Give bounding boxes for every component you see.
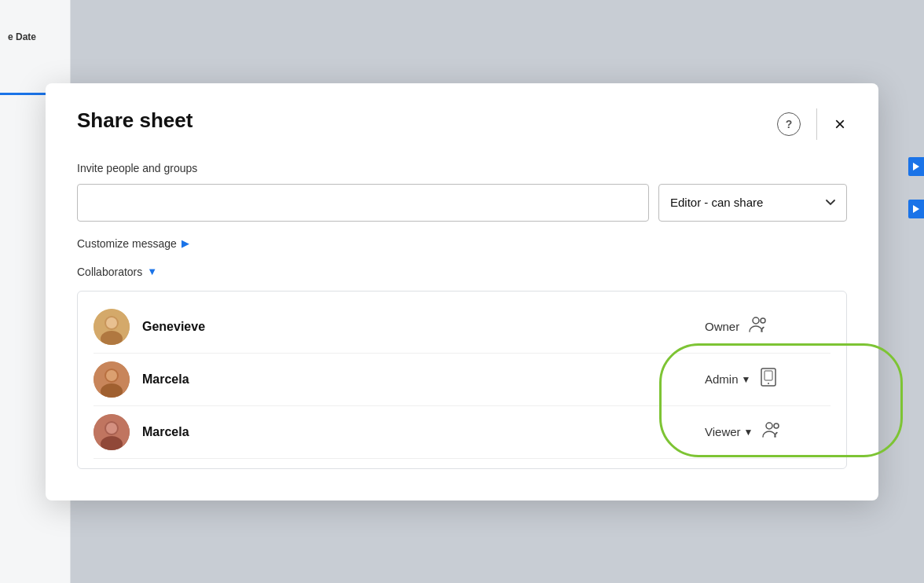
marcela1-role-select[interactable]: Admin ▼ (705, 372, 750, 386)
permission-select[interactable]: Editor - can share Editor Viewer Admin (658, 184, 847, 222)
admin-dropdown-arrow[interactable]: ▼ (742, 374, 751, 385)
tablet-icon-marcela1 (760, 368, 777, 390)
customize-arrow-icon: ▶ (182, 237, 189, 249)
svg-point-7 (761, 318, 765, 323)
viewer-dropdown-arrow[interactable]: ▼ (744, 427, 754, 438)
modal-actions: ? × (777, 108, 847, 140)
invite-section-label: Invite people and groups (77, 162, 847, 174)
collaborators-label: Collaborators (77, 266, 142, 278)
svg-point-20 (774, 424, 779, 428)
customize-message-toggle[interactable]: Customize message ▶ (77, 237, 847, 250)
collaborator-row-marcela-viewer: Marcela Viewer ▼ (94, 406, 830, 459)
svg-point-18 (106, 423, 117, 434)
collaborator-row-genevieve: Genevieve Owner (94, 301, 830, 354)
collaborators-toggle[interactable]: Collaborators ▼ (77, 266, 847, 278)
share-sheet-modal: Share sheet ? × Invite people and groups… (46, 83, 878, 500)
svg-point-6 (753, 317, 759, 324)
people-icon-marcela2 (762, 421, 781, 442)
marcela2-role-area: Viewer ▼ (705, 421, 830, 442)
marcela2-role-select[interactable]: Viewer ▼ (705, 425, 753, 438)
genevieve-role-area: Owner (705, 316, 830, 337)
avatar-genevieve (94, 309, 130, 345)
svg-point-13 (768, 383, 769, 384)
column-label: e Date (0, 0, 70, 42)
marcela1-role-label: Admin (705, 372, 739, 386)
collaborators-box: Genevieve Owner (77, 291, 847, 469)
right-arrows-container (908, 157, 924, 218)
help-button[interactable]: ? (777, 112, 801, 136)
marcela1-role-area: Admin ▼ (705, 368, 830, 390)
invite-input[interactable] (77, 184, 649, 222)
modal-title: Share sheet (77, 108, 192, 133)
svg-marker-1 (913, 205, 919, 213)
people-icon-genevieve (749, 316, 768, 337)
right-arrow-top[interactable] (908, 157, 924, 176)
collab-name-genevieve: Genevieve (142, 320, 705, 334)
collab-name-marcela2: Marcela (142, 425, 705, 439)
svg-point-5 (106, 317, 117, 328)
collaborator-row-marcela-admin: Marcela Admin ▼ (94, 354, 830, 406)
svg-point-19 (766, 423, 772, 429)
avatar-marcela1 (94, 361, 130, 398)
avatar-marcela2 (94, 414, 130, 450)
modal-header: Share sheet ? × (77, 108, 847, 140)
close-button[interactable]: × (833, 113, 847, 135)
invite-row: Editor - can share Editor Viewer Admin (77, 184, 847, 222)
collaborators-arrow-icon: ▼ (147, 266, 157, 277)
marcela2-role-label: Viewer (705, 425, 741, 438)
right-arrow-bottom[interactable] (908, 200, 924, 218)
header-separator (816, 108, 817, 140)
svg-point-11 (106, 370, 117, 381)
genevieve-role-label: Owner (705, 320, 739, 333)
collab-name-marcela1: Marcela (142, 372, 705, 387)
svg-rect-14 (764, 371, 772, 380)
svg-marker-0 (913, 163, 919, 170)
customize-message-label: Customize message (77, 237, 177, 250)
